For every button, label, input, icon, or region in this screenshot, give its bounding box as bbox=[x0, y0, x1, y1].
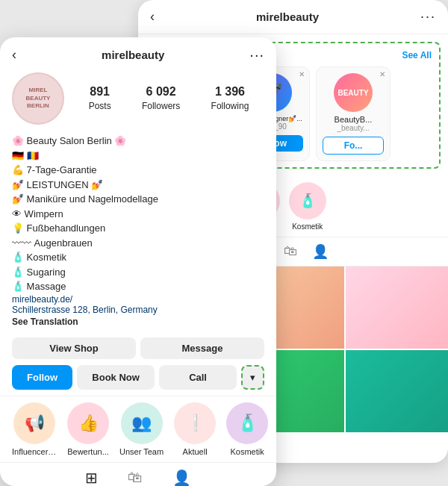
bio-line-5: 💅 Maniküre und Nagelmodellage bbox=[12, 192, 264, 207]
followers-stat[interactable]: 6 092 Followers bbox=[142, 85, 180, 112]
following-count: 1 396 bbox=[211, 85, 249, 99]
bio-line-9: 🧴 Kosmetik bbox=[12, 250, 264, 265]
close-suggestion-2[interactable]: ✕ bbox=[299, 70, 305, 78]
highlight-unser-team[interactable]: 👥 Unser Team bbox=[119, 402, 164, 456]
following-stat[interactable]: 1 396 Following bbox=[211, 85, 249, 112]
highlight-item-4[interactable]: 🧴 Kosmetik bbox=[289, 182, 326, 231]
avatar-text: MIRELBEAUTYBERLIN bbox=[26, 87, 51, 110]
close-suggestion-3[interactable]: ✕ bbox=[379, 70, 385, 78]
bio-line-3: 💪 7-Tage-Garantie bbox=[12, 163, 264, 178]
dropdown-button[interactable]: ▾ bbox=[241, 365, 264, 390]
grid-cell-6[interactable] bbox=[346, 350, 448, 432]
shop-tab-icon[interactable]: 🛍 bbox=[284, 243, 297, 260]
highlight-influencers[interactable]: 📢 Influencers... bbox=[12, 402, 57, 456]
see-translation[interactable]: See Translation bbox=[12, 317, 264, 327]
bio-line-1: 🌸 Beauty Salon Berlin 🌸 bbox=[12, 134, 264, 149]
bio-link[interactable]: mirelbeauty.de/ bbox=[12, 294, 264, 305]
bio-line-6: 👁 Wimpern bbox=[12, 207, 264, 222]
profile-name-beauty: BeautyB... bbox=[323, 115, 384, 124]
back-phone-menu-icon[interactable]: ··· bbox=[420, 9, 436, 25]
bio-line-8: 〰〰 Augenbrauen bbox=[12, 236, 264, 251]
highlight-icon-bewertungen: 👍 bbox=[67, 402, 109, 444]
posts-count: 891 bbox=[89, 85, 111, 99]
profile-avatar[interactable]: MIRELBEAUTYBERLIN bbox=[12, 72, 64, 125]
back-phone-username: mirelbeauty bbox=[256, 10, 319, 23]
highlight-lbl-aktuell: Aktuell bbox=[174, 447, 216, 456]
action-buttons-row1: View Shop Message bbox=[0, 333, 276, 364]
bio-line-4: 💅 LEISTUNGEN 💅 bbox=[12, 178, 264, 193]
highlight-icon-aktuell: ❕ bbox=[174, 402, 216, 444]
profile-tab-icon[interactable]: 👤 bbox=[312, 243, 329, 260]
view-shop-button[interactable]: View Shop bbox=[12, 337, 136, 359]
follow-button-beauty[interactable]: Fo... bbox=[323, 137, 384, 155]
profile-view-tab[interactable]: 👤 bbox=[172, 469, 191, 487]
suggested-profile-3: ✕ BEAUTY BeautyB... _beauty... Fo... bbox=[316, 66, 391, 161]
see-all-link[interactable]: See All bbox=[402, 50, 432, 60]
front-header: ‹ mirelbeauty ··· bbox=[0, 37, 276, 69]
grid-view-tab[interactable]: ⊞ bbox=[85, 469, 98, 487]
back-icon[interactable]: ‹ bbox=[150, 9, 155, 25]
highlight-label-4: Kosmetik bbox=[289, 222, 326, 231]
bio-line-10: 🧴 Sugaring bbox=[12, 265, 264, 280]
profile-stats-row: MIRELBEAUTYBERLIN 891 Posts 6 092 Follow… bbox=[0, 69, 276, 131]
call-button[interactable]: Call bbox=[159, 365, 237, 390]
bio-address: Schillerstrasse 128, Berlin, Germany bbox=[12, 305, 264, 315]
front-highlights: 📢 Influencers... 👍 Bewertun... 👥 Unser T… bbox=[0, 396, 276, 462]
book-now-button[interactable]: Book Now bbox=[77, 365, 155, 390]
front-username: mirelbeauty bbox=[102, 49, 164, 61]
highlight-lbl-kosmetik: Kosmetik bbox=[226, 447, 268, 456]
grid-cell-3[interactable] bbox=[346, 267, 448, 349]
highlight-lbl-influencers: Influencers... bbox=[12, 447, 57, 456]
follow-button[interactable]: Follow bbox=[12, 365, 72, 390]
highlight-aktuell[interactable]: ❕ Aktuell bbox=[174, 402, 216, 456]
highlight-lbl-bewertungen: Bewertun... bbox=[67, 447, 109, 456]
bio-section: 🌸 Beauty Salon Berlin 🌸 🇩🇪 🇷🇴 💪 7-Tage-G… bbox=[0, 131, 276, 333]
back-phone-header: ‹ mirelbeauty ··· bbox=[138, 0, 448, 34]
profile-handle-beauty: _beauty... bbox=[323, 124, 384, 132]
following-label: Following bbox=[211, 101, 249, 111]
front-tab-bar: ⊞ 🛍 👤 bbox=[0, 462, 276, 487]
avatar-beauty: BEAUTY bbox=[334, 73, 373, 112]
posts-stat: 891 Posts bbox=[89, 85, 111, 112]
posts-label: Posts bbox=[89, 101, 111, 111]
message-button[interactable]: Message bbox=[140, 337, 264, 359]
followers-label: Followers bbox=[142, 101, 180, 111]
front-back-icon[interactable]: ‹ bbox=[12, 47, 16, 63]
action-buttons-row2: Follow Book Now Call ▾ bbox=[0, 364, 276, 396]
highlight-lbl-unser-team: Unser Team bbox=[119, 447, 164, 456]
shop-view-tab[interactable]: 🛍 bbox=[128, 469, 143, 487]
bio-line-2: 🇩🇪 🇷🇴 bbox=[12, 149, 264, 163]
followers-count: 6 092 bbox=[142, 85, 180, 99]
front-menu-icon[interactable]: ··· bbox=[249, 46, 264, 63]
highlight-icon-kosmetik: 🧴 bbox=[226, 402, 268, 444]
highlight-icon-unser-team: 👥 bbox=[121, 402, 163, 444]
bio-line-11: 🧴 Massage bbox=[12, 279, 264, 294]
highlight-bewertungen[interactable]: 👍 Bewertun... bbox=[67, 402, 109, 456]
highlight-circle-4: 🧴 bbox=[289, 182, 326, 219]
bio-line-7: 💡 Fußbehandlungen bbox=[12, 221, 264, 236]
stats-row: 891 Posts 6 092 Followers 1 396 Followin… bbox=[73, 85, 264, 112]
highlight-kosmetik[interactable]: 🧴 Kosmetik bbox=[226, 402, 268, 456]
highlight-icon-influencers: 📢 bbox=[13, 402, 55, 444]
front-phone: ‹ mirelbeauty ··· MIRELBEAUTYBERLIN 891 … bbox=[0, 37, 276, 486]
